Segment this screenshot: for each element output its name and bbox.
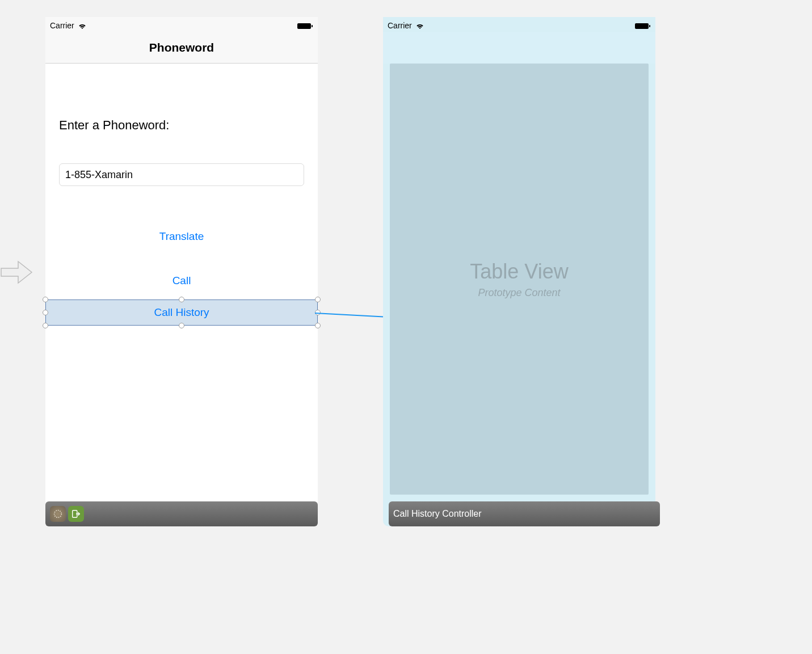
call-button[interactable]: Call (59, 275, 304, 287)
carrier-label: Carrier (50, 21, 74, 30)
translate-button[interactable]: Translate (59, 230, 304, 243)
scene-dock[interactable]: Call History Controller (389, 501, 660, 526)
controller-label: Call History Controller (393, 509, 482, 519)
enter-phoneword-label: Enter a Phoneword: (59, 118, 304, 133)
navigation-bar (383, 32, 655, 64)
resize-handle[interactable] (43, 310, 48, 315)
resize-handle[interactable] (43, 323, 48, 328)
call-history-button[interactable]: Call History (45, 299, 318, 326)
svg-rect-1 (312, 25, 313, 27)
battery-icon (635, 22, 651, 29)
carrier-label: Carrier (388, 21, 412, 30)
wifi-icon (78, 22, 87, 29)
call-history-viewcontroller: Carrier Table View Prototype Content (383, 17, 655, 526)
phoneword-viewcontroller: Carrier Phoneword Enter a Phoneword: Tra… (45, 17, 318, 526)
resize-handle[interactable] (179, 323, 184, 328)
segue-entry-arrow (0, 258, 34, 286)
phoneword-input[interactable] (59, 163, 304, 186)
resize-handle[interactable] (43, 297, 48, 302)
table-view-placeholder-subtitle: Prototype Content (478, 287, 560, 299)
wifi-icon (415, 22, 424, 29)
first-responder-icon[interactable] (50, 506, 66, 522)
resize-handle[interactable] (315, 310, 321, 315)
svg-rect-4 (649, 25, 650, 27)
svg-rect-0 (297, 23, 311, 29)
svg-point-5 (54, 510, 62, 518)
resize-handle[interactable] (179, 297, 184, 302)
page-title: Phoneword (149, 41, 214, 54)
scene-dock[interactable] (45, 501, 318, 526)
exit-icon[interactable] (68, 506, 84, 522)
battery-icon (297, 22, 313, 29)
navigation-bar: Phoneword (45, 32, 318, 64)
status-bar: Carrier (383, 17, 655, 32)
svg-rect-3 (635, 23, 649, 29)
selected-element-frame: Call History (41, 299, 322, 326)
table-view-placeholder-title: Table View (470, 260, 568, 284)
resize-handle[interactable] (315, 297, 321, 302)
status-bar: Carrier (45, 17, 318, 32)
resize-handle[interactable] (315, 323, 321, 328)
table-view[interactable]: Table View Prototype Content (390, 64, 649, 495)
